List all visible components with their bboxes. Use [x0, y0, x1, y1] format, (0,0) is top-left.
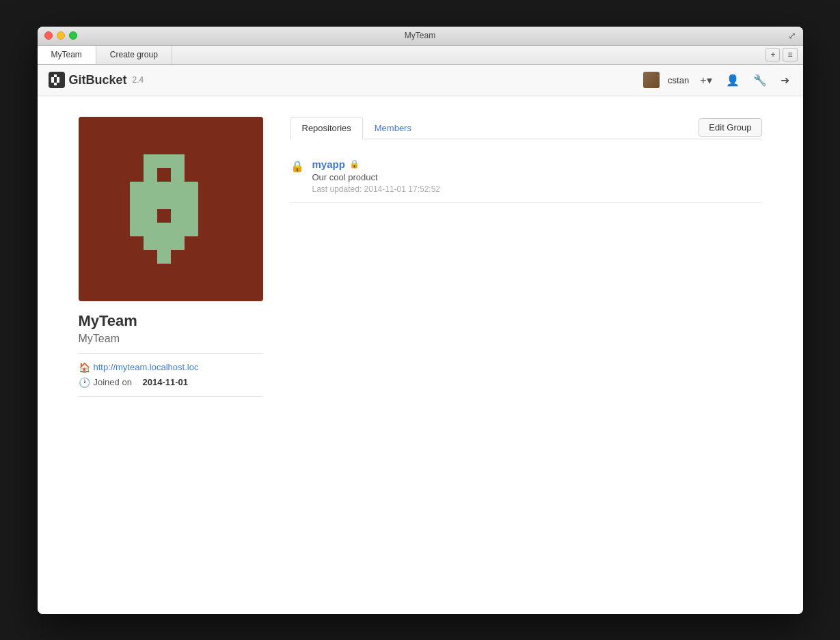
- svg-rect-20: [171, 195, 185, 209]
- browser-window: MyTeam ⤢ MyTeam Create group + ≡: [38, 27, 803, 614]
- svg-rect-13: [144, 182, 157, 195]
- svg-rect-17: [130, 195, 144, 209]
- nav-username: cstan: [668, 75, 689, 85]
- group-display-name: MyTeam: [79, 312, 263, 330]
- signout-icon-button[interactable]: ➜: [778, 72, 792, 88]
- brand-name: GitBucket: [69, 73, 127, 87]
- main-content: MyTeam MyTeam 🏠 http://myteam.localhost.…: [38, 96, 803, 614]
- browser-tab-create-group[interactable]: Create group: [96, 46, 172, 64]
- avatar: [643, 72, 660, 88]
- svg-rect-23: [144, 209, 157, 223]
- svg-rect-32: [157, 236, 171, 250]
- svg-rect-10: [144, 168, 157, 182]
- svg-rect-33: [171, 236, 185, 250]
- svg-rect-24: [171, 209, 185, 223]
- svg-rect-29: [171, 223, 185, 236]
- svg-rect-34: [157, 250, 171, 264]
- joined-label: Joined on: [94, 377, 132, 387]
- svg-rect-2: [51, 80, 54, 83]
- home-icon: 🏠: [79, 362, 90, 373]
- repo-list: 🔒 myapp 🔒 Our cool product Last updated:…: [290, 150, 762, 203]
- divider-1: [79, 353, 263, 354]
- svg-rect-30: [185, 223, 198, 236]
- title-bar: MyTeam ⤢: [38, 27, 803, 46]
- svg-rect-16: [185, 182, 198, 195]
- settings-icon-button[interactable]: 🔧: [750, 72, 770, 88]
- maximize-button[interactable]: [69, 31, 77, 40]
- gitbucket-logo: [49, 72, 65, 88]
- repo-lock-icon: 🔒: [290, 160, 304, 173]
- tab-repositories[interactable]: Repositories: [290, 117, 363, 139]
- browser-tab-myteam[interactable]: MyTeam: [38, 46, 96, 64]
- svg-rect-21: [185, 195, 198, 209]
- svg-rect-1: [51, 77, 54, 80]
- svg-rect-26: [130, 223, 144, 236]
- repo-updated: Last updated: 2014-11-01 17:52:52: [312, 184, 441, 194]
- minimize-button[interactable]: [57, 31, 65, 40]
- traffic-lights: [44, 31, 77, 40]
- navbar-right: cstan +▾ 👤 🔧 ➜: [643, 72, 791, 88]
- plus-dropdown-button[interactable]: +▾: [697, 72, 714, 88]
- divider-2: [79, 396, 263, 397]
- svg-rect-4: [54, 83, 57, 85]
- website-link[interactable]: http://myteam.localhost.loc: [94, 362, 199, 372]
- svg-rect-11: [171, 168, 185, 182]
- joined-date: 2014-11-01: [143, 377, 189, 387]
- tab-nav: Repositories Members: [290, 117, 699, 139]
- brand-version: 2.4: [133, 75, 144, 85]
- close-button[interactable]: [44, 31, 53, 40]
- svg-rect-8: [157, 154, 171, 168]
- svg-rect-19: [157, 195, 171, 209]
- navbar: GitBucket 2.4 cstan +▾ 👤 🔧 ➜: [38, 65, 803, 96]
- group-avatar: [79, 117, 263, 301]
- svg-rect-22: [130, 209, 144, 223]
- browser-tab-bar: MyTeam Create group + ≡: [38, 46, 803, 65]
- svg-rect-18: [144, 195, 157, 209]
- svg-rect-6: [57, 80, 59, 83]
- window-title: MyTeam: [405, 31, 435, 40]
- website-meta: 🏠 http://myteam.localhost.loc: [79, 362, 263, 373]
- svg-rect-9: [171, 154, 185, 168]
- group-username: MyTeam: [79, 333, 263, 345]
- svg-rect-27: [144, 223, 157, 236]
- tab-list-button[interactable]: ≡: [783, 48, 797, 61]
- svg-rect-31: [144, 236, 157, 250]
- user-icon-button[interactable]: 👤: [723, 72, 742, 88]
- new-tab-button[interactable]: +: [766, 48, 780, 61]
- tab-members[interactable]: Members: [363, 117, 423, 139]
- repo-info: myapp 🔒 Our cool product Last updated: 2…: [312, 158, 441, 194]
- svg-rect-28: [157, 223, 171, 236]
- svg-rect-12: [130, 182, 144, 195]
- profile-layout: MyTeam MyTeam 🏠 http://myteam.localhost.…: [79, 117, 762, 405]
- right-panel: Repositories Members Edit Group 🔒 myapp …: [290, 117, 762, 405]
- svg-rect-5: [57, 77, 59, 80]
- avatar-image: [643, 72, 660, 88]
- repo-name-row: myapp 🔒: [312, 158, 441, 170]
- left-panel: MyTeam MyTeam 🏠 http://myteam.localhost.…: [79, 117, 263, 405]
- repo-description: Our cool product: [312, 172, 441, 182]
- pixel-art-avatar: [103, 141, 239, 277]
- expand-icon[interactable]: ⤢: [788, 30, 796, 41]
- edit-group-button[interactable]: Edit Group: [699, 118, 761, 137]
- repo-name-link[interactable]: myapp: [312, 158, 345, 170]
- joined-meta: 🕐 Joined on 2014-11-01: [79, 377, 263, 388]
- svg-rect-3: [54, 74, 57, 77]
- clock-icon: 🕐: [79, 377, 90, 388]
- profile-meta: 🏠 http://myteam.localhost.loc 🕐 Joined o…: [79, 362, 263, 388]
- tab-bar-actions: + ≡: [760, 46, 802, 64]
- tabs-header: Repositories Members Edit Group: [290, 117, 762, 139]
- svg-rect-14: [157, 182, 171, 195]
- table-row: 🔒 myapp 🔒 Our cool product Last updated:…: [290, 150, 762, 203]
- svg-rect-15: [171, 182, 185, 195]
- repo-private-badge: 🔒: [349, 159, 360, 169]
- svg-rect-25: [185, 209, 198, 223]
- svg-rect-7: [144, 154, 157, 168]
- brand-link[interactable]: GitBucket 2.4: [49, 72, 144, 88]
